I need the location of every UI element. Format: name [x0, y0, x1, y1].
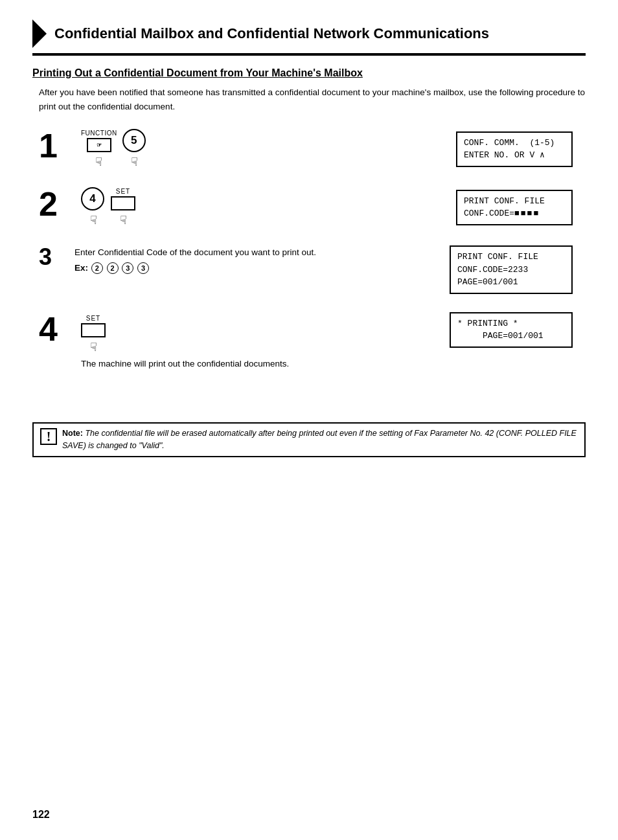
hand-icon-1: ☟	[95, 155, 102, 169]
step-3-lcd-line2: CONF.CODE=2233	[457, 264, 565, 277]
step-1-icons: FUNCTION ☞ ☟ 5 ☟	[81, 129, 147, 169]
step-1-lcd-line1: CONF. COMM. (1-5)	[464, 137, 565, 150]
circle-5-button-group: 5 ☟	[122, 129, 147, 169]
step-4-lcd: * PRINTING * PAGE=001/001	[450, 312, 573, 348]
hand-icon-2: ☟	[131, 155, 138, 169]
set-label-2: SET	[116, 188, 130, 195]
set-button-group-4: SET ☟	[81, 315, 106, 354]
circle-4-button[interactable]: 4	[81, 187, 104, 210]
set-label-4: SET	[86, 315, 100, 322]
step-4-lcd-line2: PAGE=001/001	[457, 330, 565, 343]
circle-4-button-group: 4 ☟	[81, 187, 106, 227]
circle-5-button[interactable]: 5	[122, 129, 146, 152]
page: Confidential Mailbox and Confidential Ne…	[0, 0, 618, 840]
note-icon: !	[40, 428, 57, 445]
step-2-lcd-line2: CONF.CODE=■■■■	[464, 207, 565, 220]
step-3-number: 3	[39, 245, 68, 269]
step-1-number: 1	[39, 129, 74, 163]
set-button-4[interactable]	[81, 323, 106, 337]
step-3-row: 3 Enter Confidential Code of the documen…	[39, 245, 586, 294]
page-title: Confidential Mailbox and Confidential Ne…	[54, 25, 489, 42]
hand-icon-3: ☟	[90, 213, 97, 227]
conf-code-blocks: ■■■■	[514, 209, 540, 218]
note-section: ! Note: The confidential file will be er…	[32, 422, 586, 457]
step-4-lcd-line1: * PRINTING *	[457, 317, 565, 330]
step-2-number: 2	[39, 187, 74, 221]
step-1-lcd-line2: ENTER NO. OR V ∧	[464, 149, 565, 162]
page-number: 122	[32, 809, 50, 821]
set-button-2[interactable]	[111, 196, 135, 210]
step-4-content: SET ☟ * PRINTING * PAGE=001/001 The mach…	[81, 312, 586, 371]
steps-container: 1 FUNCTION ☞ ☟ 5 ☟	[39, 129, 586, 370]
step-2-row: 2 4 ☟ SET ☟ PRINT CO	[39, 187, 586, 227]
step-2-lcd: PRINT CONF. FILE CONF.CODE=■■■■	[456, 190, 573, 225]
step-1-content: FUNCTION ☞ ☟ 5 ☟ CONF. COMM. (1-5)	[81, 129, 586, 169]
step-3-text: Enter Confidential Code of the document …	[74, 245, 437, 260]
function-button-group: FUNCTION ☞ ☟	[81, 130, 117, 169]
set-button-group-2: SET ☟	[111, 188, 135, 227]
function-button[interactable]: ☞	[87, 138, 111, 152]
step-4-icons: SET ☟	[81, 315, 106, 354]
hand-icon-5: ☟	[90, 340, 97, 354]
step-3-content: Enter Confidential Code of the document …	[74, 245, 586, 294]
step-3-lcd: PRINT CONF. FILE CONF.CODE=2233 PAGE=001…	[450, 245, 573, 294]
step-4-description: The machine will print out the confident…	[81, 357, 586, 371]
step-1-row: 1 FUNCTION ☞ ☟ 5 ☟	[39, 129, 586, 169]
hand-icon-4: ☟	[120, 213, 127, 227]
section-title: Printing Out a Confidential Document fro…	[32, 67, 586, 79]
step-3-ex: Ex: 2 2 3 3	[74, 262, 437, 274]
ex-label: Ex:	[74, 263, 91, 273]
step-3-lcd-line1: PRINT CONF. FILE	[457, 251, 565, 264]
step-4-number: 4	[39, 312, 74, 346]
step-3-lcd-line3: PAGE=001/001	[457, 276, 565, 289]
note-label: Note:	[62, 429, 85, 438]
step-2-lcd-line1: PRINT CONF. FILE	[464, 195, 565, 208]
step-1-lcd: CONF. COMM. (1-5) ENTER NO. OR V ∧	[456, 131, 573, 167]
ex-num-2: 2	[107, 262, 119, 274]
step-4-row: 4 SET ☟ * PRINTING * PAGE=001	[39, 312, 586, 371]
intro-text: After you have been notified that someon…	[39, 85, 586, 113]
step-2-content: 4 ☟ SET ☟ PRINT CONF. FILE CONF.CODE=■■■…	[81, 187, 586, 227]
function-button-icon: ☞	[97, 142, 102, 148]
ex-num-3: 3	[122, 262, 133, 274]
step-4-top: SET ☟ * PRINTING * PAGE=001/001	[81, 312, 586, 354]
note-text: Note: The confidential file will be eras…	[62, 427, 578, 452]
header-arrow-icon	[32, 19, 47, 48]
ex-num-4: 3	[137, 262, 149, 274]
ex-num-1: 2	[91, 262, 103, 274]
header-section: Confidential Mailbox and Confidential Ne…	[32, 19, 586, 56]
note-content: The confidential file will be erased aut…	[62, 429, 577, 450]
step-3-text-area: Enter Confidential Code of the document …	[74, 245, 450, 274]
step-2-icons: 4 ☟ SET ☟	[81, 187, 135, 227]
function-button-label: FUNCTION	[81, 130, 117, 137]
